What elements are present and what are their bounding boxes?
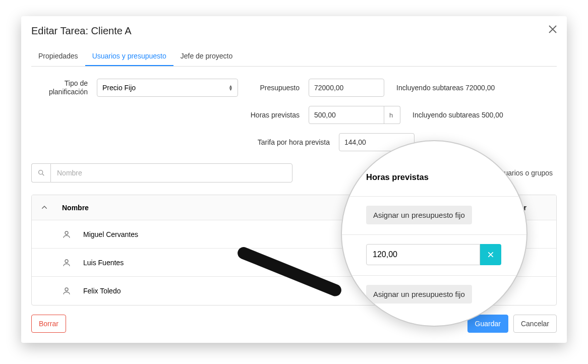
search-input[interactable] [50,163,292,183]
horas-unit: h [382,106,400,124]
tipo-planificacion-label: Tipo de planificación [36,79,97,97]
select-caret-icon: ▲▼ [228,85,233,91]
cancel-button[interactable]: Cancelar [513,315,557,333]
magnifier-title: Horas previstas [366,172,505,182]
delete-button[interactable]: Borrar [31,315,66,333]
assign-fixed-budget-button-1[interactable]: Asignar un presupuesto fijo [366,206,472,224]
person-icon [62,230,71,239]
horas-sidetext: Incluyendo subtareas 500,00 [413,111,503,119]
presupuesto-label: Presupuesto [248,84,309,92]
user-name: Felix Toledo [83,287,121,295]
assign-fixed-budget-button-2[interactable]: Asignar un presupuesto fijo [366,285,472,304]
search-icon [31,163,50,183]
presupuesto-input[interactable] [309,79,384,97]
tab-propiedades[interactable]: Propiedades [31,47,85,66]
clear-hours-button[interactable] [480,244,501,265]
col-name-header[interactable]: Nombre [57,204,385,212]
tab-usuarios-presupuesto[interactable]: Usuarios y presupuesto [85,47,173,66]
user-name: Luis Fuentes [83,259,124,267]
user-name: Miguel Cervantes [83,230,138,238]
magnifier-lens: Horas previstas Asignar un presupuesto f… [341,140,527,327]
tarifa-label: Tarifa por hora prevista [248,138,339,146]
svg-point-0 [38,170,42,174]
magnifier-hours-input[interactable] [366,244,480,265]
close-button[interactable] [547,23,559,35]
person-icon [62,258,71,267]
tipo-planificacion-select[interactable]: Precio Fijo [97,79,238,97]
svg-point-3 [65,288,68,291]
person-icon [62,286,71,295]
dialog-footer: Borrar Guardar Cancelar [31,315,557,333]
dialog-title: Editar Tarea: Cliente A [31,25,557,37]
svg-point-2 [65,260,68,263]
svg-point-1 [65,231,68,234]
tabs: Propiedades Usuarios y presupuesto Jefe … [31,47,557,67]
horas-previstas-label: Horas previstas [248,111,309,119]
sort-icon[interactable] [32,204,57,211]
presupuesto-sidetext: Incluyendo subtareas 72000,00 [396,84,495,92]
horas-previstas-input[interactable] [309,106,384,124]
tab-jefe-proyecto[interactable]: Jefe de proyecto [173,47,240,66]
